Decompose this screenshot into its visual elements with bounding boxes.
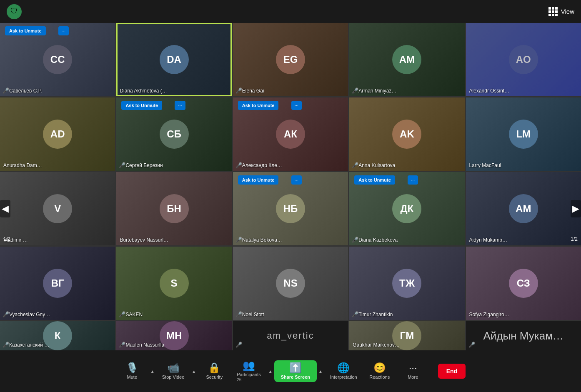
video-cell-5: AO Alexandr Ossint… [466,23,581,96]
muted-icon-14: 🎤 [352,237,358,243]
ask-unmute-btn-8[interactable]: Ask to Unmute [238,101,279,110]
video-cell-7: СБ Ask to Unmute ··· 🎤 Сергей Березин [116,97,231,171]
video-cell-6: AD Anuradha Dam… [0,97,115,171]
name-tag-5: Alexandr Ossint… [469,88,510,94]
video-cell-13: НБ Ask to Unmute ··· 🎤 Natalya Bokova… [233,172,348,245]
video-cell-23: am_vertic 🎤 [233,321,348,350]
name-tag-1: Савельев С.Р. [9,88,42,94]
video-cell-12: БН Burtebayev Nassurl… [116,172,231,245]
more-label: More [408,375,418,380]
reactions-button[interactable]: 😊 Reactions [363,360,396,383]
share-screen-button[interactable]: ⬆️ Share Screen [274,360,317,382]
ask-unmute-btn-7[interactable]: Ask to Unmute [121,101,162,110]
page-num-15: 1/2 [571,236,578,242]
more-button[interactable]: ··· More [396,360,430,383]
muted-icon-23: 🎤 [235,342,242,348]
name-tag-4: Arman Miniyaz… [358,88,396,94]
microphone-icon: 🎙️ [126,363,138,373]
video-cell-14: ДК Ask to Unmute ··· 🎤 Diana Kazbekova [349,172,464,245]
name-tag-10: Larry MacFaul [469,162,501,168]
stop-video-caret[interactable]: ▲ [190,367,198,375]
video-cell-9: AK 🎤 Anna Kulsartova [349,97,464,171]
muted-icon-8: 🎤 [235,162,242,168]
video-cell-16: ВГ 🎤 Vyacheslav Gny… [0,247,115,320]
stop-video-button[interactable]: 📹 Stop Video [156,360,190,383]
name-tag-6: Anuradha Dam… [3,162,42,168]
name-tag-20: Sofya Zigangiro… [469,312,509,317]
video-cell-2: DA Diana Akhmetova (… [116,23,231,96]
view-button[interactable]: View [548,7,574,16]
muted-icon-18: 🎤 [235,311,242,317]
video-cell-20: СЗ Sofya Zigangiro… [466,247,581,320]
mute-label: Mute [127,375,137,380]
more-btn-14[interactable]: ··· [408,175,418,185]
security-label: Security [206,375,223,380]
interpretation-icon: 🌐 [337,363,350,373]
name-tag-22: Maulen Nassurlla [125,342,164,348]
name-tag-7: Сергей Березин [125,162,163,168]
prev-page-btn[interactable]: ◀ [0,200,10,217]
muted-icon-22: 🎤 [119,342,125,348]
share-icon: ⬆️ [289,363,302,373]
name-tag-9: Anna Kulsartova [358,162,395,168]
name-tag-17: SAKEN [125,312,143,317]
stop-video-label: Stop Video [162,375,185,380]
video-cell-10: LM Larry MacFaul [466,97,581,171]
name-tag-8: Александр Кле… [242,162,282,168]
name-tag-21: Казахстанский … [9,342,49,348]
security-button[interactable]: 🔒 Security [198,360,231,383]
more-btn-7[interactable]: ··· [175,101,185,110]
name-tag-15: Aidyn Mukamb… [469,237,507,243]
name-tag-18: Noel Stott [242,312,264,317]
reactions-icon: 😊 [373,363,386,373]
video-cell-15: АМ 1/2 Aidyn Mukamb… ▶ [466,172,581,245]
more-btn-8[interactable]: ··· [291,101,302,110]
video-cell-1: СС Ask to Unmute ··· 🎤 Савельев С.Р. [0,23,115,96]
muted-icon-25: 🎤 [468,342,475,348]
grid-icon [548,7,558,16]
muted-icon-19: 🎤 [352,311,358,317]
more-btn-13[interactable]: ··· [291,175,302,185]
muted-icon-4: 🎤 [352,87,358,94]
interpretation-button[interactable]: 🌐 Interpretation [324,360,363,383]
video-cell-24: ГМ Gaukhar Maikenov… [349,321,464,350]
top-bar: View [0,0,581,23]
ask-unmute-btn-1[interactable]: Ask to Unmute [5,26,46,35]
end-button[interactable]: End [438,364,466,379]
name-tag-2: Diana Akhmetova (… [120,88,167,94]
zoom-logo [7,4,22,19]
name-tag-16: Vyacheslav Gny… [9,312,50,317]
participants-caret[interactable]: ▲ [267,367,274,375]
muted-icon-9: 🎤 [352,162,358,168]
mute-group: 🎙️ Mute ▲ [115,360,156,383]
participants-button[interactable]: 👥 Participants26 [231,357,266,385]
next-page-btn[interactable]: ▶ [571,200,581,217]
muted-icon-7: 🎤 [119,162,125,168]
share-screen-caret[interactable]: ▲ [317,367,324,375]
name-tag-3: Elena Gai [242,88,264,94]
video-cell-21: К 🎤 Казахстанский … [0,321,115,350]
video-cell-4: AM 🎤 Arman Miniyaz… [349,23,464,96]
text-overlay-23: am_vertic [267,330,314,341]
video-grid: СС Ask to Unmute ··· 🎤 Савельев С.Р. DA … [0,23,581,350]
video-cell-22: МН 🎤 Maulen Nassurlla [116,321,231,350]
ask-unmute-btn-14[interactable]: Ask to Unmute [354,175,395,185]
share-screen-group: ⬆️ Share Screen ▲ [274,360,324,382]
ask-unmute-btn-13[interactable]: Ask to Unmute [238,175,279,185]
more-btn-1[interactable]: ··· [58,26,69,35]
mute-button[interactable]: 🎙️ Mute [115,360,149,383]
muted-icon-13: 🎤 [235,237,242,243]
participants-group: 👥 Participants26 ▲ [231,357,274,385]
name-tag-13: Natalya Bokova… [242,237,282,243]
reactions-label: Reactions [369,375,390,380]
share-screen-label: Share Screen [281,375,310,380]
page-num-11: 1/2 [3,236,10,242]
view-label: View [561,8,574,15]
muted-icon-16: 🎤 [3,311,9,317]
mute-caret[interactable]: ▲ [149,367,156,375]
camera-icon: 📹 [167,363,180,373]
video-cell-11: V 1/2 Vladimir … ◀ [0,172,115,245]
toolbar: 🎙️ Mute ▲ 📹 Stop Video ▲ 🔒 Security 👥 Pa… [0,350,581,392]
participants-label: Participants26 [237,372,260,382]
video-cell-19: ТЖ 🎤 Timur Zhantikin [349,247,464,320]
